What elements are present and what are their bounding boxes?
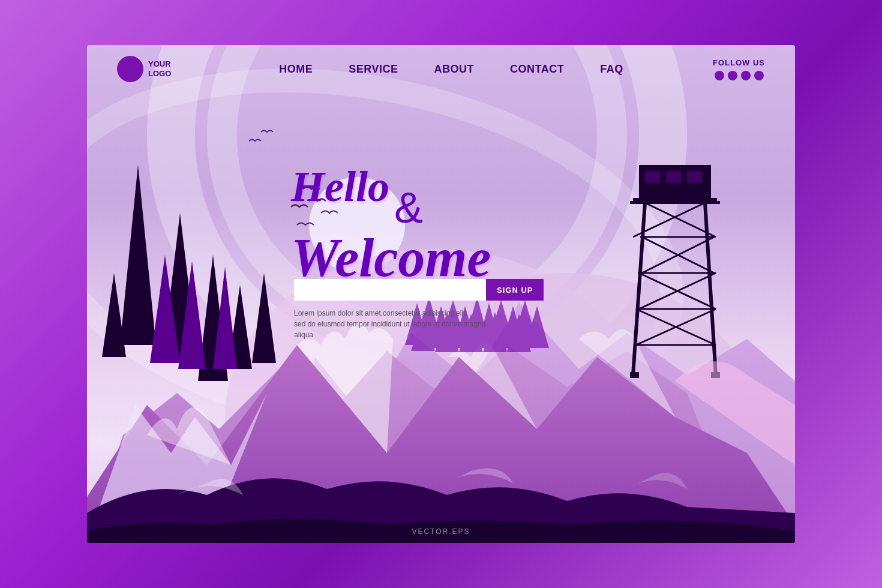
follow-dot-3[interactable] [741,71,751,80]
nav-contact[interactable]: CONTACT [510,63,564,76]
follow-dots [715,71,764,80]
follow-dot-4[interactable] [754,71,764,80]
follow-label: FOLLOW US [713,58,765,67]
page-card: YOUR LOGO HOME SERVICE ABOUT CONTACT FAQ… [87,45,795,543]
logo-text: YOUR LOGO [148,59,171,78]
follow-dot-2[interactable] [728,71,737,80]
follow-area: FOLLOW US [713,58,765,80]
signup-button[interactable]: SIGN UP [486,279,544,301]
logo-area: YOUR LOGO [117,56,171,82]
signup-form: SIGN UP [294,279,544,301]
description-text: Lorem ipsum dolor sit amet,consectetur a… [294,308,486,340]
nav-about[interactable]: ABOUT [434,63,474,76]
follow-dot-1[interactable] [715,71,724,80]
navbar: YOUR LOGO HOME SERVICE ABOUT CONTACT FAQ… [87,45,795,93]
nav-home[interactable]: HOME [279,63,313,76]
email-input[interactable] [294,279,486,301]
ampersand: & [394,183,423,232]
nav-faq[interactable]: FAQ [600,63,623,76]
nav-service[interactable]: SERVICE [349,63,398,76]
logo-circle [117,56,143,82]
welcome-text: Welcome [291,232,491,284]
nav-links: HOME SERVICE ABOUT CONTACT FAQ [279,63,623,76]
hero-area: Hello & Welcome [291,165,491,284]
hello-text: Hello [291,165,389,208]
watermark: VECTOR.EPS [412,527,470,536]
